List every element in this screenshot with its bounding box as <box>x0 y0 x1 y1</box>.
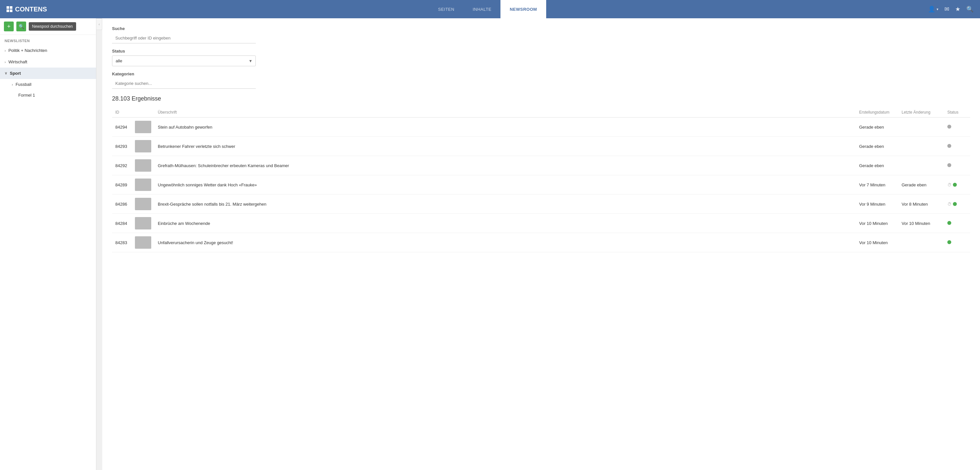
sidebar-item-label: Sport <box>10 71 21 76</box>
search-button[interactable]: 🔍 <box>16 22 26 31</box>
table-row[interactable]: 84293 Betrunkener Fahrer verletzte sich … <box>112 137 970 156</box>
cell-letzte-aenderung <box>898 233 944 252</box>
cell-erstellungsdatum: Gerade eben <box>856 156 898 175</box>
thumbnail <box>135 159 151 171</box>
cell-id: 84284 <box>112 214 132 233</box>
sidebar-item-politik[interactable]: › Politik + Nachrichten <box>0 45 96 56</box>
col-thumb <box>132 107 154 118</box>
cell-status: ⏱ <box>944 195 970 214</box>
add-button[interactable]: + <box>4 22 14 31</box>
thumbnail <box>135 198 151 210</box>
cell-title[interactable]: Ungewöhnlich sonniges Wetter dank Hoch «… <box>154 175 856 195</box>
cell-erstellungsdatum: Vor 7 Minuten <box>856 175 898 195</box>
thumbnail <box>135 236 151 249</box>
table-row[interactable]: 84286 Brexit-Gespräche sollen notfalls b… <box>112 195 970 214</box>
col-letzte-aenderung: Letzte Änderung <box>898 107 944 118</box>
clock-icon: ⏱ <box>947 202 951 206</box>
table-row[interactable]: 84289 Ungewöhnlich sonniges Wetter dank … <box>112 175 970 195</box>
status-cell: ⏱ <box>947 202 967 206</box>
search-input[interactable] <box>112 33 256 43</box>
cell-thumb <box>132 214 154 233</box>
cell-thumb <box>132 175 154 195</box>
table-row[interactable]: 84292 Grefrath-Mülhausen: Schuleinbreche… <box>112 156 970 175</box>
sidebar-collapse-button[interactable]: ‹ <box>96 18 102 30</box>
newspool-button[interactable]: Newspool durchsuchen <box>29 22 76 31</box>
chevron-down-icon: ∨ <box>5 71 7 75</box>
chevron-down-icon: ▾ <box>937 7 939 11</box>
sidebar-item-formel1[interactable]: Formel 1 <box>0 90 96 100</box>
cell-status <box>944 214 970 233</box>
table-row[interactable]: 84294 Stein auf Autobahn geworfen Gerade… <box>112 118 970 137</box>
app-logo: CONTENS <box>6 6 47 13</box>
col-id: ID <box>112 107 132 118</box>
tab-newsroom[interactable]: NEWSROOM <box>500 0 546 18</box>
thumbnail <box>135 140 151 152</box>
kategorie-section: Kategorien <box>112 71 970 89</box>
cell-id: 84286 <box>112 195 132 214</box>
cell-id: 84283 <box>112 233 132 252</box>
cell-letzte-aenderung <box>898 156 944 175</box>
cell-id: 84292 <box>112 156 132 175</box>
cell-title[interactable]: Brexit-Gespräche sollen notfalls bis 21.… <box>154 195 856 214</box>
cell-title[interactable]: Unfallverursacherin und Zeuge gesucht! <box>154 233 856 252</box>
status-dot <box>947 240 951 244</box>
cell-title[interactable]: Stein auf Autobahn geworfen <box>154 118 856 137</box>
sidebar-item-wirtschaft[interactable]: › Wirtschaft <box>0 56 96 68</box>
kategorie-label: Kategorien <box>112 71 970 76</box>
cell-thumb <box>132 195 154 214</box>
top-nav-tabs: SEITEN INHALTE NEWSROOM <box>429 0 546 18</box>
cell-id: 84293 <box>112 137 132 156</box>
cell-status <box>944 118 970 137</box>
cell-erstellungsdatum: Gerade eben <box>856 137 898 156</box>
status-select[interactable]: alle aktiv inaktiv archiviert <box>112 56 256 66</box>
search-section: Suche <box>112 26 970 43</box>
clock-icon: ⏱ <box>947 183 951 187</box>
logo-text: CONTENS <box>15 6 47 13</box>
cell-title[interactable]: Einbrüche am Wochenende <box>154 214 856 233</box>
kategorie-input[interactable] <box>112 78 256 89</box>
star-icon[interactable]: ★ <box>955 6 960 13</box>
cell-letzte-aenderung: Vor 8 Minuten <box>898 195 944 214</box>
cell-status <box>944 137 970 156</box>
cell-letzte-aenderung <box>898 118 944 137</box>
results-count: 28.103 Ergebnisse <box>112 95 970 102</box>
cell-erstellungsdatum: Vor 10 Minuten <box>856 233 898 252</box>
sidebar-toolbar: + 🔍 Newspool durchsuchen <box>0 18 96 35</box>
cell-erstellungsdatum: Vor 9 Minuten <box>856 195 898 214</box>
cell-title[interactable]: Grefrath-Mülhausen: Schuleinbrecher erbe… <box>154 156 856 175</box>
col-status: Status <box>944 107 970 118</box>
cell-thumb <box>132 137 154 156</box>
table-row[interactable]: 84284 Einbrüche am Wochenende Vor 10 Min… <box>112 214 970 233</box>
cell-id: 84289 <box>112 175 132 195</box>
user-icon: 👤 <box>928 6 935 13</box>
sidebar-item-label: Politik + Nachrichten <box>8 48 48 53</box>
cell-id: 84294 <box>112 118 132 137</box>
sidebar-item-fussball[interactable]: › Fussball <box>0 79 96 90</box>
status-dot <box>947 125 951 129</box>
status-dot <box>947 144 951 148</box>
cell-status: ⏱ <box>944 175 970 195</box>
sidebar-item-label: Formel 1 <box>18 93 35 98</box>
status-dot <box>947 221 951 225</box>
table-row[interactable]: 84283 Unfallverursacherin und Zeuge gesu… <box>112 233 970 252</box>
table-header-row: ID Überschrift Erstellungsdatum Letzte Ä… <box>112 107 970 118</box>
search-icon[interactable]: 🔍 <box>966 6 974 13</box>
top-nav: CONTENS SEITEN INHALTE NEWSROOM 👤 ▾ ✉ ★ … <box>0 0 980 18</box>
status-section: Status alle aktiv inaktiv archiviert ▼ <box>112 49 970 66</box>
search-label: Suche <box>112 26 970 31</box>
status-dot <box>953 202 957 206</box>
tab-inhalte[interactable]: INHALTE <box>463 0 500 18</box>
thumbnail <box>135 179 151 191</box>
cell-letzte-aenderung: Vor 10 Minuten <box>898 214 944 233</box>
cell-title[interactable]: Betrunkener Fahrer verletzte sich schwer <box>154 137 856 156</box>
sidebar-item-sport[interactable]: ∨ Sport <box>0 68 96 79</box>
col-erstellungsdatum: Erstellungsdatum <box>856 107 898 118</box>
results-table: ID Überschrift Erstellungsdatum Letzte Ä… <box>112 107 970 252</box>
user-menu[interactable]: 👤 ▾ <box>928 6 939 13</box>
status-select-wrap: alle aktiv inaktiv archiviert ▼ <box>112 56 256 66</box>
status-dot <box>953 183 957 187</box>
tab-seiten[interactable]: SEITEN <box>429 0 463 18</box>
sidebar: + 🔍 Newspool durchsuchen NEWSLISTEN › Po… <box>0 18 96 470</box>
mail-icon[interactable]: ✉ <box>944 6 949 13</box>
chevron-right-icon: › <box>5 49 6 52</box>
